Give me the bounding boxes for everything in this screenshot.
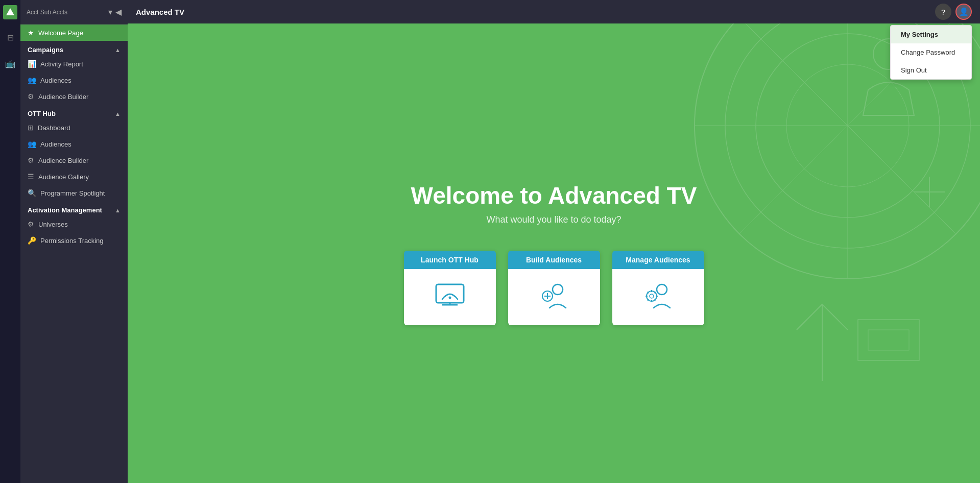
star-icon: ★ [28,29,34,37]
svg-marker-0 [6,8,14,15]
ott-hub-arrow: ▲ [115,111,121,117]
ott-audience-builder-icon: ⚙ [28,156,34,164]
launch-ott-hub-card[interactable]: Launch OTT Hub [404,251,496,325]
launch-ott-hub-card-header: Launch OTT Hub [404,251,496,269]
welcome-title: Welcome to Advanced TV [411,182,697,209]
help-button[interactable]: ? [935,4,951,20]
app-title: Advanced TV [136,8,184,16]
svg-rect-11 [868,330,909,350]
build-audiences-card-header: Build Audiences [508,251,600,269]
manage-audiences-card-header: Manage Audiences [612,251,704,269]
nav-universes[interactable]: ⚙ Universes [20,216,128,232]
nav-programmer-spotlight[interactable]: 🔍 Programmer Spotlight [20,185,128,201]
topbar: Advanced TV ? 👤 My Settings Change Passw… [128,0,980,23]
sidebar-header: Acct Sub Accts ▾ ◀ [20,0,128,25]
activation-arrow: ▲ [115,207,121,213]
svg-rect-10 [858,320,919,360]
dashboard-icon: ⊞ [28,124,34,132]
bar-chart-icon: 📊 [28,60,36,68]
tv-icon [432,278,468,316]
my-settings-item[interactable]: My Settings [891,26,971,43]
user-dropdown-menu: My Settings Change Password Sign Out [890,25,972,80]
nav-ott-audience-builder[interactable]: ⚙ Audience Builder [20,152,128,168]
nav-audience-gallery[interactable]: ☰ Audience Gallery [20,168,128,185]
svg-point-24 [650,294,654,298]
nav-ott-dashboard[interactable]: ⊞ Dashboard [20,119,128,136]
gallery-icon: ☰ [28,173,34,181]
audience-builder-icon: ⚙ [28,92,34,101]
audiences-icon: 👥 [28,76,36,84]
svg-point-4 [786,64,909,187]
nav-welcome-page[interactable]: ★ Welcome Page [20,25,128,41]
welcome-area: Welcome to Advanced TV What would you li… [128,23,980,483]
sign-out-item[interactable]: Sign Out [891,61,971,79]
manage-audiences-icon [640,278,676,316]
ott-hub-section-title[interactable]: OTT Hub ▲ [20,105,128,119]
campaigns-arrow: ▲ [115,47,121,53]
nav-campaigns-audience-builder[interactable]: ⚙ Audience Builder [20,88,128,105]
welcome-subtitle: What would you like to do today? [486,214,621,225]
ott-audiences-icon: 👥 [28,140,36,148]
nav-ott-audiences[interactable]: 👥 Audiences [20,136,128,152]
nav-activity-report[interactable]: 📊 Activity Report [20,56,128,72]
rail-tv-icon[interactable]: 📺 [2,56,18,71]
manage-audiences-card[interactable]: Manage Audiences [612,251,704,325]
avatar-button[interactable]: 👤 [955,4,972,20]
build-audiences-card-body [508,269,600,325]
nav-permissions-tracking[interactable]: 🔑 Permissions Tracking [20,232,128,249]
spotlight-icon: 🔍 [28,189,36,197]
build-audiences-icon [536,278,572,316]
launch-ott-hub-card-body [404,269,496,325]
sidebar-collapse-btn[interactable]: ◀ [115,7,122,17]
change-password-item[interactable]: Change Password [891,43,971,61]
campaigns-section-title[interactable]: Campaigns ▲ [20,41,128,56]
icon-rail: ⊟ 📺 [0,0,20,483]
svg-point-18 [553,284,563,295]
nav-campaigns-audiences[interactable]: 👥 Audiences [20,72,128,88]
main-content: Advanced TV ? 👤 My Settings Change Passw… [128,0,980,483]
sidebar: Acct Sub Accts ▾ ◀ ★ Welcome Page Campai… [20,0,128,483]
svg-point-17 [448,296,451,299]
account-label: Acct Sub Accts [27,9,67,16]
action-cards: Launch OTT Hub [404,251,704,325]
build-audiences-card[interactable]: Build Audiences [508,251,600,325]
app-logo [3,5,17,19]
rail-grid-icon[interactable]: ⊟ [4,30,17,45]
permissions-icon: 🔑 [28,236,36,245]
manage-audiences-card-body [612,269,704,325]
account-dropdown-arrow[interactable]: ▾ [108,7,112,17]
universes-icon: ⚙ [28,220,34,228]
activation-section-title[interactable]: Activation Management ▲ [20,201,128,216]
svg-point-22 [657,284,667,295]
topbar-actions: ? 👤 My Settings Change Password Sign Out [935,4,972,20]
